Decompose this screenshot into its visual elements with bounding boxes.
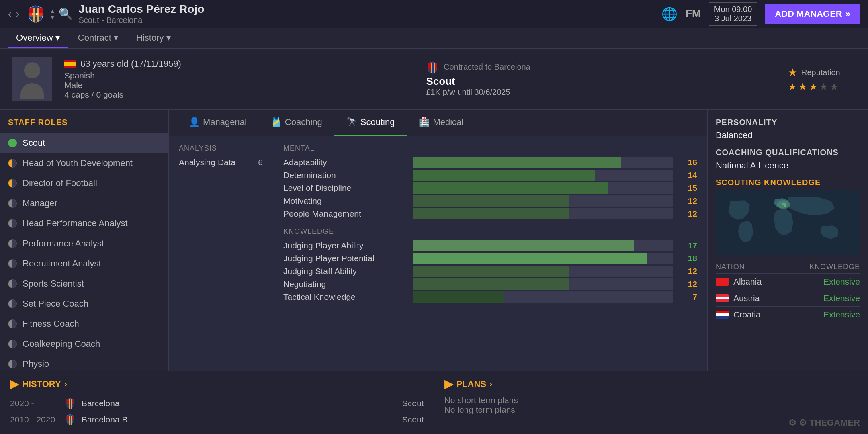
tab-scouting-label: Scouting xyxy=(360,117,395,127)
stat-fill-motivating xyxy=(413,195,569,207)
back-button[interactable]: ‹ xyxy=(8,8,12,20)
svg-rect-20 xyxy=(70,399,71,409)
stats-section: MENTAL Adaptability 16 Determination xyxy=(273,136,707,319)
plans-chevron-icon: › xyxy=(489,379,492,389)
history-years-2020: 2020 - xyxy=(10,399,58,408)
tab-contract[interactable]: Contract ▾ xyxy=(70,29,126,48)
barcelona-small-badge-icon xyxy=(426,61,438,74)
personality-title: PERSONALITY xyxy=(716,118,860,127)
role-dot-sports-icon xyxy=(8,279,17,288)
role-item-setpiece[interactable]: Set Piece Coach xyxy=(0,294,168,314)
stat-value-judging-potential: 18 xyxy=(673,254,697,263)
nation-row-austria: Austria Extensive xyxy=(716,290,860,306)
analysing-data-name: Analysing Data xyxy=(179,158,258,167)
star-2-icon: ★ xyxy=(798,81,807,92)
stat-name-judging-potential: Judging Player Potential xyxy=(283,254,413,263)
tab-coaching[interactable]: 🎽 Coaching xyxy=(259,110,334,136)
role-item-sports-sci[interactable]: Sports Scientist xyxy=(0,274,168,294)
role-label-sports-sci: Sports Scientist xyxy=(23,278,84,289)
right-panel: PERSONALITY Balanced COACHING QUALIFICAT… xyxy=(707,110,868,371)
svg-text:FCB: FCB xyxy=(32,12,39,16)
add-manager-button[interactable]: ADD MANAGER » xyxy=(765,4,860,24)
history-label[interactable]: HISTORY xyxy=(22,379,61,389)
stat-bar-adaptability xyxy=(413,157,673,168)
star-3-icon: ★ xyxy=(809,81,818,92)
history-chevron-icon: › xyxy=(64,379,67,389)
role-label-physio: Physio xyxy=(23,359,49,369)
stat-bar-determination xyxy=(413,170,673,181)
tab-medical[interactable]: 🏥 Medical xyxy=(407,110,475,136)
role-label-manager: Manager xyxy=(23,198,57,209)
stat-value-people-mgmt: 12 xyxy=(673,209,697,219)
forward-button[interactable]: › xyxy=(16,8,19,20)
tab-scouting[interactable]: 🔭 Scouting xyxy=(334,110,407,136)
role-item-fitness[interactable]: Fitness Coach xyxy=(0,314,168,334)
role-label-fitness: Fitness Coach xyxy=(23,319,79,329)
medical-icon: 🏥 xyxy=(419,117,430,127)
stat-fill-tactical xyxy=(413,291,504,303)
tab-managerial-label: Managerial xyxy=(203,117,247,127)
profile-reputation: ★ Reputation ★ ★ ★ ★ ★ xyxy=(776,66,856,92)
role-item-scout[interactable]: Scout xyxy=(0,133,168,153)
svg-rect-22 xyxy=(72,399,73,404)
stat-name-discipline: Level of Discipline xyxy=(283,183,413,193)
stat-name-judging-ability: Judging Player Ability xyxy=(283,241,413,250)
tab-overview[interactable]: Overview ▾ xyxy=(8,29,68,48)
second-nav: Overview ▾ Contract ▾ History ▾ xyxy=(0,28,868,49)
role-dot-perf-icon xyxy=(8,239,17,248)
role-item-head-youth[interactable]: Head of Youth Development xyxy=(0,153,168,173)
personality-value: Balanced xyxy=(716,130,860,141)
nations-header: NATION KNOWLEDGE xyxy=(716,263,860,271)
role-item-perf-analyst[interactable]: Performance Analyst xyxy=(0,233,168,254)
avatar-silhouette-icon xyxy=(16,59,48,99)
austria-flag-icon xyxy=(716,294,729,302)
mental-label: MENTAL xyxy=(283,144,697,153)
profile-caps: 4 caps / 0 goals xyxy=(64,90,402,100)
austria-knowledge: Extensive xyxy=(823,293,860,303)
role-label-director: Director of Football xyxy=(23,178,97,188)
austria-name: Austria xyxy=(733,293,819,303)
role-item-manager[interactable]: Manager xyxy=(0,193,168,213)
contract-salary: £1K p/w until 30/6/2025 xyxy=(426,88,764,97)
barcelona-b-badge-icon xyxy=(64,414,76,425)
role-item-head-perf[interactable]: Head Performance Analyst xyxy=(0,213,168,233)
main-content: 63 years old (17/11/1959) Spanish Male 4… xyxy=(0,49,868,434)
role-item-recruit[interactable]: Recruitment Analyst xyxy=(0,254,168,274)
search-icon[interactable]: 🔍 xyxy=(59,7,73,20)
stat-name-adaptability: Adaptability xyxy=(283,158,413,167)
thegamer-watermark: ⚙ ⚙ THEGAMER xyxy=(788,418,860,428)
role-dot-gk-icon xyxy=(8,340,17,348)
tab-medical-label: Medical xyxy=(433,117,463,127)
role-dot-manager-icon xyxy=(8,199,17,208)
content-body: STAFF ROLES Scout Head of Youth Developm… xyxy=(0,110,868,371)
history-club-barcelona: Barcelona xyxy=(82,399,396,408)
svg-rect-26 xyxy=(71,416,72,425)
history-row-2010: 2010 - 2020 Barcelona B Scout xyxy=(10,411,424,428)
profile-gender: Male xyxy=(64,80,402,90)
role-item-director[interactable]: Director of Football xyxy=(0,173,168,193)
person-name: Juan Carlos Pérez Rojo xyxy=(79,3,662,16)
svg-rect-8 xyxy=(428,63,431,69)
stat-fill-negotiating xyxy=(413,278,569,290)
coaching-icon: 🎽 xyxy=(271,117,282,127)
stat-value-judging-staff: 12 xyxy=(673,266,697,276)
plans-label[interactable]: PLANS xyxy=(457,379,487,389)
stat-fill-judging-staff xyxy=(413,266,569,277)
globe-icon[interactable]: 🌐 xyxy=(661,6,678,22)
plans-short-term: No short term plans xyxy=(444,395,858,405)
world-map-icon xyxy=(716,190,860,255)
stat-value-determination: 14 xyxy=(673,170,697,180)
role-item-physio[interactable]: Physio xyxy=(0,354,168,371)
stat-bar-motivating xyxy=(413,195,673,207)
tab-history[interactable]: History ▾ xyxy=(128,29,179,48)
role-item-gk-coach[interactable]: Goalkeeping Coach xyxy=(0,334,168,354)
albania-flag-icon xyxy=(716,278,729,286)
stat-discipline: Level of Discipline 15 xyxy=(283,182,697,194)
scouting-icon: 🔭 xyxy=(346,117,357,127)
person-info: Juan Carlos Pérez Rojo Scout - Barcelona xyxy=(79,3,662,25)
plans-arrow-icon: ▶ xyxy=(444,377,453,391)
datetime-line2: 3 Jul 2023 xyxy=(714,14,752,23)
tab-managerial[interactable]: 👤 Managerial xyxy=(177,110,259,136)
stat-determination: Determination 14 xyxy=(283,170,697,181)
tab-coaching-label: Coaching xyxy=(285,117,322,127)
